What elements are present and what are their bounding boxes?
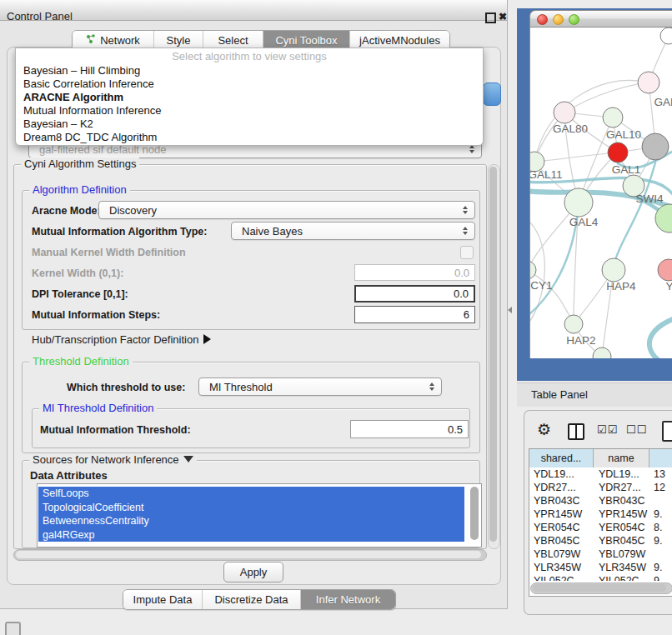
network-node[interactable] bbox=[660, 28, 672, 44]
dpi-tolerance-field[interactable]: 0.0 bbox=[354, 285, 475, 302]
table-row[interactable]: YBR045CYBR045C9. bbox=[529, 534, 672, 548]
network-node[interactable] bbox=[564, 315, 583, 333]
table-cell[interactable] bbox=[649, 494, 672, 508]
network-node[interactable] bbox=[530, 261, 536, 279]
close-traffic-light-icon[interactable] bbox=[537, 14, 548, 25]
table-cell[interactable]: YDL19... bbox=[594, 468, 649, 481]
list-item[interactable]: TopologicalCoefficient bbox=[38, 501, 464, 515]
tab-discretize-data[interactable]: Discretize Data bbox=[203, 590, 301, 609]
menu-item[interactable]: Mutual Information Inference bbox=[16, 104, 483, 118]
network-node[interactable] bbox=[638, 72, 659, 93]
kernel-width-field[interactable]: 0.0 bbox=[354, 264, 475, 281]
network-node[interactable] bbox=[564, 188, 593, 217]
table-row[interactable]: YDL19...YDL19...13 bbox=[529, 468, 672, 481]
menu-item[interactable]: Bayesian – K2 bbox=[16, 118, 483, 131]
table-cell[interactable]: YBL079W bbox=[529, 548, 594, 561]
settings-hscrollbar[interactable] bbox=[13, 549, 487, 561]
table-cell[interactable]: 12 bbox=[649, 481, 672, 494]
which-threshold-combobox[interactable]: MI Threshold bbox=[198, 378, 442, 396]
apply-button[interactable]: Apply bbox=[223, 562, 283, 582]
network-node[interactable] bbox=[603, 108, 623, 128]
column-header-partial[interactable] bbox=[649, 449, 672, 468]
table-row[interactable]: YDR27...YDR27...12 bbox=[529, 481, 672, 494]
data-attributes-list[interactable]: SelfLoops TopologicalCoefficient Between… bbox=[37, 483, 482, 548]
column-header-name[interactable]: name bbox=[594, 449, 649, 468]
network-node[interactable] bbox=[658, 259, 672, 281]
table-cell[interactable]: 9 bbox=[649, 574, 672, 581]
list-item[interactable]: BetweennessCentrality bbox=[38, 514, 464, 528]
network-window-titlebar[interactable] bbox=[529, 10, 672, 28]
mi-steps-field[interactable]: 6 bbox=[354, 306, 475, 323]
tab-impute-data[interactable]: Impute Data bbox=[123, 590, 203, 609]
splitpane-collapse-icon[interactable] bbox=[508, 307, 512, 313]
hub-section-toggle[interactable]: Hub/Transcription Factor Definition bbox=[32, 333, 211, 346]
table-cell[interactable]: 9. bbox=[649, 561, 672, 574]
table-cell[interactable]: YLR345W bbox=[529, 561, 594, 574]
select-all-checkboxes-icon[interactable]: ☑☑ bbox=[597, 423, 618, 436]
mi-steps-label: Mutual Information Steps: bbox=[32, 309, 160, 321]
table-cell[interactable]: YPR145W bbox=[529, 508, 594, 521]
menu-item[interactable]: ARACNE Algorithm bbox=[16, 91, 483, 104]
sources-title[interactable]: Sources for Network Inference bbox=[29, 453, 197, 466]
table-cell[interactable]: YDR27... bbox=[594, 481, 649, 494]
menu-item[interactable]: Bayesian – Hill Climbing bbox=[16, 64, 483, 78]
network-canvas[interactable]: GALGAL80GAL10GAL1GAL11SWI4GAL4GCY1HAP4YH… bbox=[529, 28, 672, 358]
table-cell[interactable]: 8. bbox=[649, 521, 672, 534]
table-row[interactable]: YPR145WYPR145W9. bbox=[529, 508, 672, 521]
table-cell[interactable]: YIL052C bbox=[529, 574, 594, 581]
network-node-label: GAL10 bbox=[606, 128, 641, 141]
table-cell[interactable]: 9. bbox=[649, 508, 672, 521]
control-panel-titlebar[interactable] bbox=[0, 0, 507, 21]
table-cell[interactable]: YBL079W bbox=[594, 548, 649, 561]
menu-item[interactable]: Basic Correlation Inference bbox=[16, 78, 483, 91]
float-window-icon[interactable] bbox=[485, 12, 496, 23]
network-node-label: HAP4 bbox=[606, 280, 636, 292]
columns-icon[interactable] bbox=[568, 423, 584, 440]
network-node[interactable] bbox=[602, 258, 625, 282]
deselect-all-checkboxes-icon[interactable]: ☐☐ bbox=[626, 423, 647, 436]
aracne-mode-combobox[interactable]: Discovery bbox=[98, 201, 475, 219]
new-table-icon[interactable] bbox=[662, 421, 672, 442]
table-hscrollbar[interactable] bbox=[530, 582, 672, 594]
table-cell[interactable]: YER054C bbox=[529, 521, 594, 534]
manual-kernel-checkbox[interactable] bbox=[460, 246, 474, 259]
list-item[interactable]: gal4RGexp bbox=[38, 528, 464, 542]
table-cell[interactable]: YLR345W bbox=[594, 561, 649, 574]
table-cell[interactable]: YER054C bbox=[594, 521, 649, 534]
column-header-shared-name[interactable]: shared... bbox=[529, 449, 594, 468]
table-cell[interactable]: YDL19... bbox=[529, 468, 594, 481]
table-cell[interactable]: YBR043C bbox=[594, 494, 649, 508]
network-node[interactable] bbox=[608, 142, 628, 162]
table-row[interactable]: YBR043CYBR043C bbox=[529, 494, 672, 508]
menu-item[interactable]: Dream8 DC_TDC Algorithm bbox=[16, 131, 483, 144]
table-cell[interactable]: YIL052C bbox=[594, 574, 649, 581]
network-node[interactable] bbox=[593, 348, 611, 358]
close-icon[interactable]: ✖ bbox=[499, 11, 507, 22]
mi-type-combobox[interactable]: Naive Bayes bbox=[231, 222, 475, 240]
minimize-traffic-light-icon[interactable] bbox=[553, 14, 564, 25]
table-cell[interactable]: 13 bbox=[649, 468, 672, 481]
mi-threshold-field[interactable]: 0.5 bbox=[350, 420, 469, 438]
table-cell[interactable]: YBR043C bbox=[529, 494, 594, 508]
mi-threshold-label: Mutual Information Threshold: bbox=[40, 424, 191, 436]
focused-combo-spinner-fragment[interactable] bbox=[483, 82, 501, 106]
table-cell[interactable]: YBR045C bbox=[529, 534, 594, 548]
table-cell[interactable]: 9. bbox=[649, 534, 672, 548]
network-node[interactable] bbox=[554, 102, 575, 123]
table-row[interactable]: YBL079WYBL079W bbox=[529, 548, 672, 561]
list-item[interactable]: SelfLoops bbox=[38, 487, 464, 501]
table-row[interactable]: YER054CYER054C8. bbox=[529, 521, 672, 534]
settings-vscrollbar[interactable] bbox=[488, 164, 500, 549]
tab-infer-network[interactable]: Infer Network bbox=[301, 590, 395, 609]
table-cell[interactable]: YPR145W bbox=[594, 508, 649, 521]
list-scrollbar-thumb[interactable] bbox=[470, 487, 479, 540]
table-row[interactable]: YIL052CYIL052C9 bbox=[529, 574, 672, 581]
table-cell[interactable]: YBR045C bbox=[594, 534, 649, 548]
zoom-traffic-light-icon[interactable] bbox=[569, 14, 579, 25]
table-row[interactable]: YLR345WYLR345W9. bbox=[529, 561, 672, 574]
network-node[interactable] bbox=[642, 133, 669, 160]
minimized-panel-icon[interactable] bbox=[5, 622, 21, 635]
table-cell[interactable]: YDR27... bbox=[529, 481, 594, 494]
gear-icon[interactable]: ⚙ bbox=[537, 420, 551, 438]
table-cell[interactable] bbox=[649, 548, 672, 561]
